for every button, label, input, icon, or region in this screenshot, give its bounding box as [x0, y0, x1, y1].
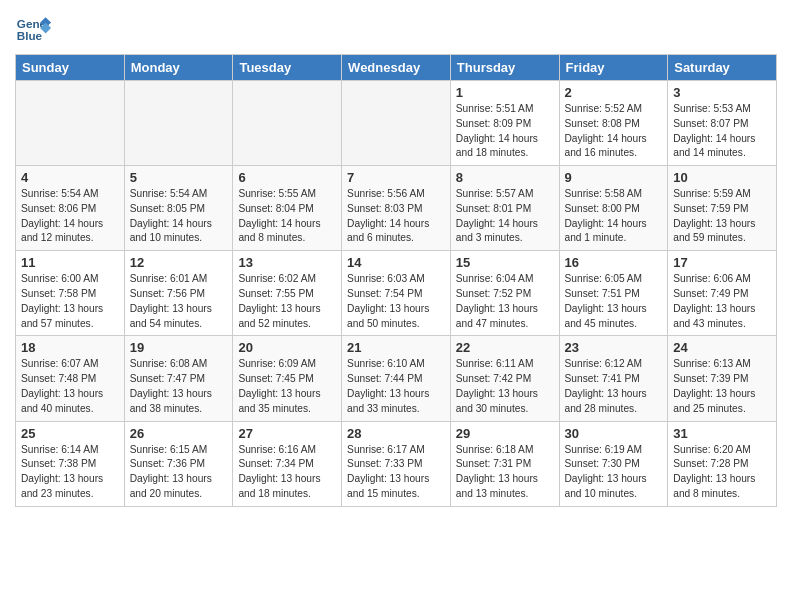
day-number: 17	[673, 255, 771, 270]
weekday-header-tuesday: Tuesday	[233, 55, 342, 81]
day-number: 16	[565, 255, 663, 270]
day-info: Sunrise: 6:11 AM Sunset: 7:42 PM Dayligh…	[456, 357, 554, 416]
calendar-cell: 11Sunrise: 6:00 AM Sunset: 7:58 PM Dayli…	[16, 251, 125, 336]
calendar-cell	[342, 81, 451, 166]
calendar-cell: 14Sunrise: 6:03 AM Sunset: 7:54 PM Dayli…	[342, 251, 451, 336]
day-info: Sunrise: 5:54 AM Sunset: 8:05 PM Dayligh…	[130, 187, 228, 246]
day-info: Sunrise: 6:05 AM Sunset: 7:51 PM Dayligh…	[565, 272, 663, 331]
calendar-cell: 31Sunrise: 6:20 AM Sunset: 7:28 PM Dayli…	[668, 421, 777, 506]
day-number: 18	[21, 340, 119, 355]
calendar-cell: 24Sunrise: 6:13 AM Sunset: 7:39 PM Dayli…	[668, 336, 777, 421]
day-number: 30	[565, 426, 663, 441]
day-number: 24	[673, 340, 771, 355]
day-number: 27	[238, 426, 336, 441]
weekday-header-thursday: Thursday	[450, 55, 559, 81]
calendar-cell: 18Sunrise: 6:07 AM Sunset: 7:48 PM Dayli…	[16, 336, 125, 421]
day-number: 29	[456, 426, 554, 441]
calendar-cell: 30Sunrise: 6:19 AM Sunset: 7:30 PM Dayli…	[559, 421, 668, 506]
day-number: 8	[456, 170, 554, 185]
calendar-cell: 10Sunrise: 5:59 AM Sunset: 7:59 PM Dayli…	[668, 166, 777, 251]
weekday-header-row: SundayMondayTuesdayWednesdayThursdayFrid…	[16, 55, 777, 81]
calendar-cell: 9Sunrise: 5:58 AM Sunset: 8:00 PM Daylig…	[559, 166, 668, 251]
weekday-header-sunday: Sunday	[16, 55, 125, 81]
day-info: Sunrise: 6:13 AM Sunset: 7:39 PM Dayligh…	[673, 357, 771, 416]
day-number: 21	[347, 340, 445, 355]
day-info: Sunrise: 6:17 AM Sunset: 7:33 PM Dayligh…	[347, 443, 445, 502]
day-info: Sunrise: 5:58 AM Sunset: 8:00 PM Dayligh…	[565, 187, 663, 246]
day-info: Sunrise: 6:07 AM Sunset: 7:48 PM Dayligh…	[21, 357, 119, 416]
calendar-cell	[16, 81, 125, 166]
calendar-cell: 29Sunrise: 6:18 AM Sunset: 7:31 PM Dayli…	[450, 421, 559, 506]
day-number: 3	[673, 85, 771, 100]
calendar-cell: 13Sunrise: 6:02 AM Sunset: 7:55 PM Dayli…	[233, 251, 342, 336]
day-number: 28	[347, 426, 445, 441]
calendar-cell: 20Sunrise: 6:09 AM Sunset: 7:45 PM Dayli…	[233, 336, 342, 421]
day-info: Sunrise: 5:51 AM Sunset: 8:09 PM Dayligh…	[456, 102, 554, 161]
calendar-cell: 25Sunrise: 6:14 AM Sunset: 7:38 PM Dayli…	[16, 421, 125, 506]
calendar-cell	[124, 81, 233, 166]
day-number: 25	[21, 426, 119, 441]
calendar-table: SundayMondayTuesdayWednesdayThursdayFrid…	[15, 54, 777, 507]
calendar-cell: 16Sunrise: 6:05 AM Sunset: 7:51 PM Dayli…	[559, 251, 668, 336]
day-number: 4	[21, 170, 119, 185]
logo-icon: General Blue	[15, 10, 51, 46]
day-number: 1	[456, 85, 554, 100]
calendar-cell: 26Sunrise: 6:15 AM Sunset: 7:36 PM Dayli…	[124, 421, 233, 506]
day-info: Sunrise: 6:10 AM Sunset: 7:44 PM Dayligh…	[347, 357, 445, 416]
day-info: Sunrise: 5:54 AM Sunset: 8:06 PM Dayligh…	[21, 187, 119, 246]
svg-text:Blue: Blue	[17, 29, 43, 42]
day-number: 23	[565, 340, 663, 355]
day-info: Sunrise: 6:09 AM Sunset: 7:45 PM Dayligh…	[238, 357, 336, 416]
calendar-week-1: 1Sunrise: 5:51 AM Sunset: 8:09 PM Daylig…	[16, 81, 777, 166]
calendar-cell: 1Sunrise: 5:51 AM Sunset: 8:09 PM Daylig…	[450, 81, 559, 166]
calendar-cell: 22Sunrise: 6:11 AM Sunset: 7:42 PM Dayli…	[450, 336, 559, 421]
day-info: Sunrise: 6:15 AM Sunset: 7:36 PM Dayligh…	[130, 443, 228, 502]
day-info: Sunrise: 5:53 AM Sunset: 8:07 PM Dayligh…	[673, 102, 771, 161]
calendar-cell: 28Sunrise: 6:17 AM Sunset: 7:33 PM Dayli…	[342, 421, 451, 506]
day-number: 19	[130, 340, 228, 355]
calendar-cell: 23Sunrise: 6:12 AM Sunset: 7:41 PM Dayli…	[559, 336, 668, 421]
day-info: Sunrise: 6:12 AM Sunset: 7:41 PM Dayligh…	[565, 357, 663, 416]
day-number: 6	[238, 170, 336, 185]
day-number: 20	[238, 340, 336, 355]
weekday-header-friday: Friday	[559, 55, 668, 81]
day-number: 9	[565, 170, 663, 185]
day-info: Sunrise: 6:18 AM Sunset: 7:31 PM Dayligh…	[456, 443, 554, 502]
day-number: 26	[130, 426, 228, 441]
day-number: 12	[130, 255, 228, 270]
calendar-cell: 12Sunrise: 6:01 AM Sunset: 7:56 PM Dayli…	[124, 251, 233, 336]
day-number: 11	[21, 255, 119, 270]
calendar-cell: 21Sunrise: 6:10 AM Sunset: 7:44 PM Dayli…	[342, 336, 451, 421]
day-info: Sunrise: 6:04 AM Sunset: 7:52 PM Dayligh…	[456, 272, 554, 331]
calendar-cell: 19Sunrise: 6:08 AM Sunset: 7:47 PM Dayli…	[124, 336, 233, 421]
day-info: Sunrise: 6:16 AM Sunset: 7:34 PM Dayligh…	[238, 443, 336, 502]
day-number: 13	[238, 255, 336, 270]
day-info: Sunrise: 6:02 AM Sunset: 7:55 PM Dayligh…	[238, 272, 336, 331]
calendar-cell	[233, 81, 342, 166]
day-number: 7	[347, 170, 445, 185]
day-info: Sunrise: 5:55 AM Sunset: 8:04 PM Dayligh…	[238, 187, 336, 246]
weekday-header-monday: Monday	[124, 55, 233, 81]
day-info: Sunrise: 6:19 AM Sunset: 7:30 PM Dayligh…	[565, 443, 663, 502]
calendar-week-2: 4Sunrise: 5:54 AM Sunset: 8:06 PM Daylig…	[16, 166, 777, 251]
weekday-header-saturday: Saturday	[668, 55, 777, 81]
calendar-cell: 5Sunrise: 5:54 AM Sunset: 8:05 PM Daylig…	[124, 166, 233, 251]
day-number: 31	[673, 426, 771, 441]
day-number: 5	[130, 170, 228, 185]
day-number: 15	[456, 255, 554, 270]
day-info: Sunrise: 6:20 AM Sunset: 7:28 PM Dayligh…	[673, 443, 771, 502]
calendar-cell: 6Sunrise: 5:55 AM Sunset: 8:04 PM Daylig…	[233, 166, 342, 251]
day-number: 22	[456, 340, 554, 355]
calendar-cell: 4Sunrise: 5:54 AM Sunset: 8:06 PM Daylig…	[16, 166, 125, 251]
day-info: Sunrise: 6:08 AM Sunset: 7:47 PM Dayligh…	[130, 357, 228, 416]
day-info: Sunrise: 6:00 AM Sunset: 7:58 PM Dayligh…	[21, 272, 119, 331]
day-info: Sunrise: 6:14 AM Sunset: 7:38 PM Dayligh…	[21, 443, 119, 502]
day-info: Sunrise: 6:06 AM Sunset: 7:49 PM Dayligh…	[673, 272, 771, 331]
calendar-cell: 27Sunrise: 6:16 AM Sunset: 7:34 PM Dayli…	[233, 421, 342, 506]
page-header: General Blue	[15, 10, 777, 46]
calendar-week-5: 25Sunrise: 6:14 AM Sunset: 7:38 PM Dayli…	[16, 421, 777, 506]
day-number: 2	[565, 85, 663, 100]
day-info: Sunrise: 6:01 AM Sunset: 7:56 PM Dayligh…	[130, 272, 228, 331]
calendar-cell: 3Sunrise: 5:53 AM Sunset: 8:07 PM Daylig…	[668, 81, 777, 166]
calendar-cell: 15Sunrise: 6:04 AM Sunset: 7:52 PM Dayli…	[450, 251, 559, 336]
